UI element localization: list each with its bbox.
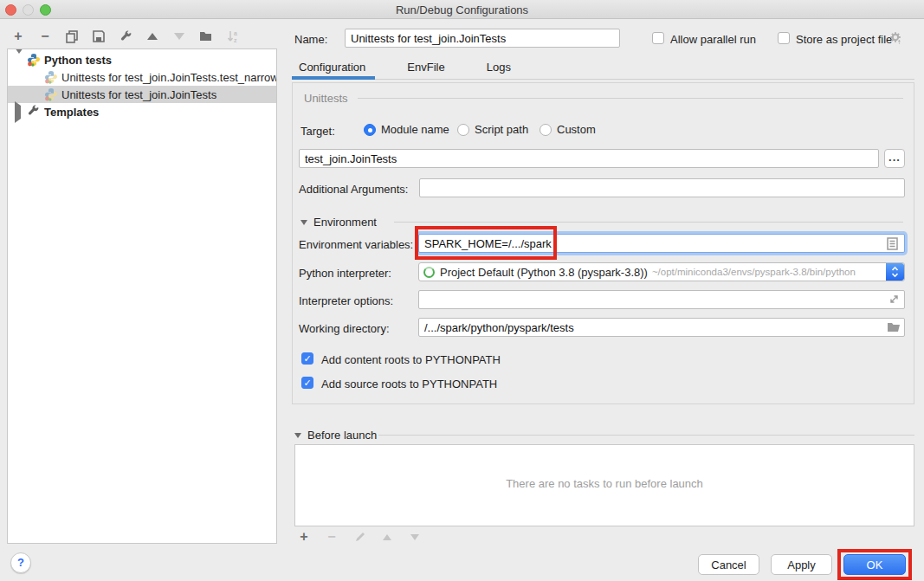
- interpreter-options-input[interactable]: [418, 290, 905, 309]
- title-bar: Run/Debug Configurations: [0, 0, 924, 19]
- move-up-icon: [379, 529, 395, 545]
- target-radio-custom[interactable]: Custom: [540, 123, 596, 136]
- python-tests-icon: [27, 53, 41, 67]
- unittests-separator: [358, 98, 903, 99]
- before-launch-label: Before launch: [307, 429, 377, 442]
- python-interpreter-value: Project Default (Python 3.8 (pyspark-3.8…: [440, 266, 648, 279]
- tab-divider: [292, 79, 914, 80]
- add-source-roots-label: Add source roots to PYTHONPATH: [321, 378, 497, 391]
- expand-arrow-icon[interactable]: [15, 106, 23, 119]
- configurations-toolbar: + − az: [10, 27, 241, 46]
- tree-item-label: Templates: [44, 106, 99, 119]
- radio-label: Custom: [557, 123, 596, 136]
- environment-separator: [394, 222, 903, 223]
- browse-button[interactable]: ...: [884, 149, 905, 168]
- before-launch-separator: [378, 435, 914, 436]
- remove-icon[interactable]: −: [37, 29, 53, 44]
- python-interpreter-combobox[interactable]: Project Default (Python 3.8 (pyspark-3.8…: [418, 262, 905, 281]
- collapse-arrow-icon[interactable]: [300, 220, 307, 225]
- target-label: Target:: [300, 125, 335, 138]
- tree-item-label: Unittests for test_join.JoinTests.test_n…: [61, 71, 276, 84]
- add-source-roots-checkbox[interactable]: ✓: [301, 377, 313, 389]
- collapse-arrow-icon[interactable]: [15, 54, 23, 67]
- radio-selected-icon[interactable]: [364, 124, 376, 136]
- name-input[interactable]: [345, 29, 620, 48]
- store-as-project-file-checkbox[interactable]: [778, 32, 790, 44]
- before-launch-section-header[interactable]: Before launch: [294, 429, 377, 442]
- interpreter-options-label: Interpreter options:: [299, 294, 393, 307]
- save-icon[interactable]: [91, 29, 107, 44]
- collapse-arrow-icon[interactable]: [294, 433, 301, 438]
- python-test-config-icon: [44, 70, 58, 84]
- radio-icon[interactable]: [457, 124, 469, 136]
- remove-icon: −: [324, 529, 339, 545]
- allow-parallel-run-label: Allow parallel run: [670, 33, 756, 46]
- edit-icon: [352, 529, 367, 545]
- move-down-icon: [171, 29, 187, 44]
- ok-button[interactable]: OK: [843, 554, 906, 575]
- svg-text:z: z: [234, 37, 237, 43]
- configurations-tree: Python tests Unittests for test_join.Joi…: [7, 48, 277, 544]
- folder-icon[interactable]: [887, 321, 901, 335]
- env-vars-browse-icon[interactable]: [887, 237, 898, 253]
- add-icon[interactable]: +: [10, 29, 26, 44]
- new-folder-icon[interactable]: [198, 29, 214, 44]
- sort-icon: az: [225, 29, 241, 44]
- working-directory-label: Working directory:: [299, 322, 390, 335]
- conda-env-icon: [423, 267, 435, 278]
- help-button[interactable]: ?: [10, 552, 31, 573]
- radio-label: Script path: [475, 123, 528, 136]
- expand-field-icon[interactable]: [888, 294, 900, 307]
- target-radio-module-name[interactable]: Module name: [364, 123, 449, 136]
- working-directory-input[interactable]: [418, 318, 905, 337]
- name-label: Name:: [294, 33, 327, 46]
- move-up-icon[interactable]: [145, 29, 160, 44]
- store-as-project-file-label: Store as project file: [796, 33, 892, 46]
- tree-item-label: Python tests: [44, 54, 112, 67]
- tree-item-python-tests[interactable]: Python tests: [8, 51, 276, 68]
- active-tab-underline: [292, 76, 375, 80]
- additional-arguments-input[interactable]: [419, 178, 905, 197]
- dropdown-stepper-icon[interactable]: [886, 263, 904, 281]
- environment-variables-input[interactable]: [418, 234, 905, 253]
- additional-arguments-label: Additional Arguments:: [299, 183, 408, 196]
- tree-item-templates[interactable]: Templates: [8, 103, 276, 120]
- environment-section-header[interactable]: Environment: [300, 216, 377, 229]
- python-interpreter-path: ~/opt/miniconda3/envs/pyspark-3.8/bin/py…: [652, 267, 856, 277]
- unittests-group-title: Unittests: [299, 92, 353, 105]
- apply-button[interactable]: Apply: [771, 554, 832, 575]
- tree-item-test-narrow[interactable]: Unittests for test_join.JoinTests.test_n…: [8, 68, 276, 86]
- allow-parallel-run-checkbox[interactable]: [652, 32, 664, 44]
- add-icon[interactable]: +: [296, 529, 312, 545]
- tab-logs[interactable]: Logs: [480, 57, 518, 81]
- templates-wrench-icon: [27, 105, 41, 119]
- run-debug-configurations-dialog: Run/Debug Configurations + − az Pytho: [0, 0, 924, 581]
- svg-text:a: a: [234, 30, 237, 36]
- move-down-icon: [407, 529, 423, 545]
- before-launch-empty-text: There are no tasks to run before launch: [295, 477, 914, 490]
- python-interpreter-label: Python interpreter:: [299, 267, 391, 280]
- python-test-config-icon: [44, 87, 58, 101]
- window-title: Run/Debug Configurations: [0, 3, 924, 16]
- store-settings-gear-icon[interactable]: [889, 31, 903, 48]
- before-launch-toolbar: + −: [296, 529, 423, 545]
- add-content-roots-label: Add content roots to PYTHONPATH: [321, 353, 501, 366]
- edit-templates-icon[interactable]: [118, 29, 133, 44]
- before-launch-task-list: There are no tasks to run before launch: [294, 444, 914, 526]
- tree-item-jointests[interactable]: Unittests for test_join.JoinTests: [8, 86, 276, 103]
- add-content-roots-checkbox[interactable]: ✓: [301, 352, 313, 365]
- tab-envfile[interactable]: EnvFile: [400, 57, 451, 81]
- environment-variables-label: Environment variables:: [299, 238, 413, 251]
- tree-item-label: Unittests for test_join.JoinTests: [61, 88, 216, 101]
- environment-section-label: Environment: [313, 216, 377, 229]
- cancel-button[interactable]: Cancel: [698, 554, 759, 575]
- copy-icon[interactable]: [64, 29, 80, 44]
- target-radio-script-path[interactable]: Script path: [457, 123, 528, 136]
- radio-icon[interactable]: [540, 124, 552, 136]
- radio-label: Module name: [381, 123, 449, 136]
- target-input[interactable]: [299, 149, 879, 168]
